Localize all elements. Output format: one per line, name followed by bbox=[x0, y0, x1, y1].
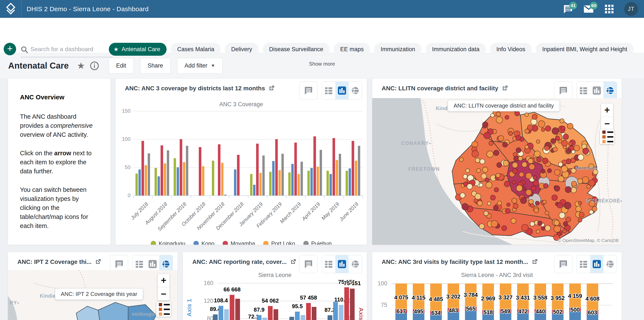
bar-series-3[interactable] bbox=[262, 318, 267, 320]
dashboard-chip-ee-maps[interactable]: EE maps bbox=[334, 43, 370, 56]
bar-koinadugu[interactable] bbox=[212, 161, 214, 196]
bar-kono[interactable] bbox=[330, 174, 332, 196]
bar-moyamba[interactable] bbox=[142, 141, 144, 196]
zoom-in-button[interactable]: + bbox=[601, 103, 613, 117]
bar-series-5[interactable] bbox=[274, 309, 278, 320]
bar-koinadugu[interactable] bbox=[269, 172, 272, 196]
bar-kono[interactable] bbox=[310, 168, 313, 196]
messages-icon[interactable]: 41 bbox=[562, 4, 574, 15]
bar-series-4[interactable] bbox=[306, 303, 311, 320]
dhis2-logo[interactable] bbox=[0, 0, 22, 18]
mail-icon[interactable]: 60 bbox=[583, 4, 594, 15]
chart-view-button[interactable] bbox=[590, 82, 604, 99]
bar-pujehun[interactable] bbox=[339, 154, 341, 196]
bar-kono[interactable] bbox=[138, 170, 141, 196]
bar-pujehun[interactable] bbox=[224, 195, 226, 196]
bar-port-loko[interactable] bbox=[355, 161, 357, 196]
legend-item-port-loko[interactable]: Port Loko bbox=[263, 240, 295, 245]
bar-moyamba[interactable] bbox=[199, 147, 201, 196]
zoom-in-button[interactable]: + bbox=[158, 274, 170, 287]
bar-pujehun[interactable] bbox=[148, 153, 150, 196]
zoom-out-button[interactable]: − bbox=[601, 117, 613, 130]
bar-moyamba[interactable] bbox=[160, 145, 163, 196]
bar-port-loko[interactable] bbox=[317, 167, 319, 196]
bar-kono[interactable] bbox=[272, 161, 274, 196]
bar-series-1[interactable] bbox=[328, 315, 332, 320]
legend-item-moyamba[interactable]: Moyamba bbox=[222, 240, 255, 245]
bar-koinadugu[interactable] bbox=[288, 173, 291, 196]
legend-item-pujehun[interactable]: Pujehun bbox=[303, 240, 332, 245]
bar-series-3[interactable] bbox=[300, 315, 305, 320]
bar-pujehun[interactable] bbox=[167, 150, 169, 196]
bar-moyamba[interactable] bbox=[256, 144, 258, 196]
bar-kono[interactable] bbox=[291, 164, 294, 196]
bar-koinadugu[interactable] bbox=[346, 171, 348, 196]
bar-series-3[interactable] bbox=[339, 305, 344, 320]
bar-koinadugu[interactable] bbox=[154, 168, 157, 196]
stack-bottom-segment[interactable] bbox=[465, 311, 476, 320]
zoom-out-button[interactable]: − bbox=[158, 287, 170, 300]
show-more-link[interactable]: Show more bbox=[0, 61, 644, 67]
bar-port-loko[interactable] bbox=[278, 170, 281, 196]
bar-kono[interactable] bbox=[253, 185, 256, 196]
bar-port-loko[interactable] bbox=[259, 173, 262, 196]
bar-series-4[interactable] bbox=[230, 295, 234, 320]
bar-koinadugu[interactable] bbox=[250, 174, 252, 196]
bar-pujehun[interactable] bbox=[358, 146, 360, 196]
bar-port-loko[interactable] bbox=[164, 164, 166, 196]
open-in-app-icon[interactable] bbox=[502, 85, 508, 92]
dashboard-chip-immunization[interactable]: Immunization bbox=[374, 43, 422, 56]
dashboard-chip-antenatal-care[interactable]: ★Antenatal Care bbox=[109, 43, 166, 56]
bar-koinadugu[interactable] bbox=[136, 174, 138, 196]
bar-series-1[interactable] bbox=[289, 317, 294, 320]
bar-moyamba[interactable] bbox=[352, 141, 354, 196]
bar-port-loko[interactable] bbox=[336, 160, 338, 196]
bar-pujehun[interactable] bbox=[186, 146, 188, 196]
apps-grid-icon[interactable] bbox=[604, 4, 615, 15]
bar-series-2[interactable] bbox=[333, 302, 338, 320]
bar-series-4[interactable] bbox=[268, 306, 273, 320]
bar-port-loko[interactable] bbox=[221, 163, 224, 196]
bar-moyamba[interactable] bbox=[180, 139, 182, 196]
bar-koinadugu[interactable] bbox=[174, 158, 176, 196]
bar-moyamba[interactable] bbox=[332, 138, 335, 196]
dashboard-chip-immunization-data[interactable]: Immunization data bbox=[426, 43, 486, 56]
map-view-button[interactable] bbox=[604, 82, 617, 99]
llitn-map-canvas[interactable]: CONAKRY▪Kissidougou▪FREETOWNKindia▪Macen… bbox=[372, 98, 622, 245]
comments-button[interactable] bbox=[554, 82, 572, 100]
bar-series-2[interactable] bbox=[295, 312, 300, 320]
bar-kono[interactable] bbox=[158, 176, 160, 196]
bar-moyamba[interactable] bbox=[275, 139, 278, 196]
bar-moyamba[interactable] bbox=[294, 142, 297, 196]
bar-port-loko[interactable] bbox=[202, 166, 204, 196]
dashboard-chip-disease-surveillance[interactable]: Disease Surveillance bbox=[263, 43, 330, 56]
open-in-app-icon[interactable] bbox=[95, 259, 101, 265]
map-legend-button[interactable] bbox=[600, 129, 614, 144]
dashboard-search[interactable]: Search for a dashboard bbox=[20, 43, 112, 57]
new-dashboard-button[interactable]: + bbox=[4, 43, 16, 55]
bar-series-4[interactable] bbox=[344, 287, 349, 320]
bar-series-2[interactable] bbox=[257, 315, 262, 320]
bar-series-2[interactable] bbox=[218, 306, 223, 320]
ipt2-map-canvas[interactable]: Kindia▪RY▪ssidougou▪ ANC: IPT 2 Coverage… bbox=[8, 270, 178, 320]
bar-series-5[interactable] bbox=[350, 289, 355, 320]
legend-item-kono[interactable]: Kono bbox=[194, 240, 214, 245]
dashboard-chip-cases-malaria[interactable]: Cases Malaria bbox=[171, 43, 221, 56]
bar-series-3[interactable] bbox=[224, 309, 229, 320]
dashboard-chip-delivery[interactable]: Delivery bbox=[225, 43, 259, 56]
bar-koinadugu[interactable] bbox=[326, 171, 329, 196]
bar-moyamba[interactable] bbox=[237, 155, 239, 196]
bar-port-loko[interactable] bbox=[183, 162, 185, 196]
legend-item-koinadugu[interactable]: Koinadugu bbox=[151, 240, 185, 245]
bar-port-loko[interactable] bbox=[298, 174, 300, 196]
bar-pujehun[interactable] bbox=[320, 150, 322, 196]
map-legend-button[interactable] bbox=[156, 302, 171, 317]
avatar[interactable]: JT bbox=[624, 2, 638, 16]
bar-pujehun[interactable] bbox=[300, 162, 303, 196]
bar-kono[interactable] bbox=[348, 168, 351, 196]
dashboard-chip-inpatient-bmi-weight-and-height[interactable]: Inpatient BMI, Weight and Height bbox=[536, 43, 634, 56]
table-view-button[interactable] bbox=[577, 82, 590, 99]
dashboard-chip-info-videos[interactable]: Info Videos bbox=[490, 43, 532, 56]
bar-koinadugu[interactable] bbox=[308, 171, 310, 196]
bar-kono[interactable] bbox=[234, 170, 236, 196]
